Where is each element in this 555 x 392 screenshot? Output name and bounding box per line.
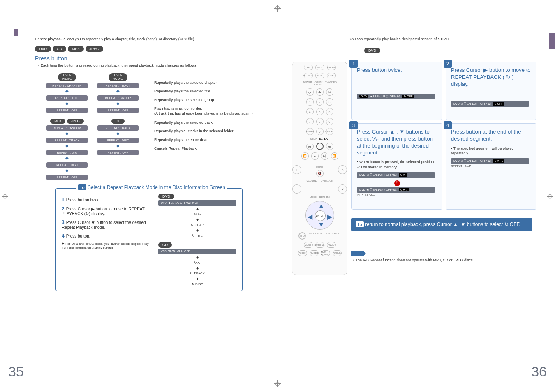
desc-folder: Repeatedly plays all tracks in the selec… <box>154 129 253 133</box>
page-left: Repeat playback allows you to repeatedly… <box>0 0 278 392</box>
repeat-label: REPEAT : A—B <box>451 165 531 168</box>
badge-cd: CD <box>53 46 66 52</box>
remote-dpad[interactable]: ▲ ▼ ◀ ▶ ENTER <box>305 201 334 230</box>
remote-btn-tv[interactable]: TV <box>304 65 313 70</box>
seq: ↻ A- <box>194 212 201 216</box>
desc-disc: Repeatedly plays the entire disc. <box>154 138 253 142</box>
remote-btn-ff[interactable]: ⏩ <box>331 152 338 160</box>
remote-btn[interactable]: SUBTITLE <box>315 242 324 248</box>
dpad-left-icon[interactable]: ◀ <box>308 213 312 221</box>
dpad-up-icon[interactable]: ▲ <box>318 202 325 210</box>
side-tab <box>549 33 555 49</box>
remote-btn[interactable]: SOUND <box>333 250 342 256</box>
step-number: 4 <box>444 121 452 129</box>
remote-btn-fmxm[interactable]: FM/XM <box>327 65 336 70</box>
badge-dvd-right: DVD <box>364 48 380 53</box>
remote-num[interactable]: 7 <box>306 118 314 125</box>
remote-num[interactable]: REMAIN <box>306 128 314 135</box>
remote-btn-usb[interactable]: USB <box>327 73 336 78</box>
remote-label-mute: MUTE <box>316 166 323 168</box>
remote-btn[interactable]: AUDIO <box>327 242 336 248</box>
remote-num[interactable]: 3 <box>326 98 333 106</box>
inset-box: To Select a Repeat Playback Mode in the … <box>56 188 243 291</box>
state: REPEAT : TRACK <box>97 125 139 131</box>
state: REPEAT : TRACK <box>97 83 139 88</box>
inset-title: To Select a Repeat Playback Mode in the … <box>76 184 227 190</box>
remote-num[interactable]: 4 <box>306 108 314 115</box>
cell-heading: Press button at the end of the desired s… <box>451 129 531 143</box>
state: REPEAT : TRACK <box>46 138 88 143</box>
state: REPEAT : RANDOM <box>46 125 88 131</box>
remote-num[interactable]: 5 <box>316 108 324 115</box>
osd-bar: DVD ◀ 🗨 EN 1/3 ⬚ OFF/ 02 ↻ A- <box>357 172 435 178</box>
return-normal-box: To return to normal playback, press Curs… <box>352 218 532 231</box>
seq: ↻ TITL <box>192 234 203 238</box>
cell-heading: Press Cursor ▶ button to move to REPEAT … <box>451 67 531 88</box>
remote-num[interactable]: CANCEL <box>326 128 333 135</box>
right-intro: You can repeatedly play back a designate… <box>349 37 541 41</box>
remote-num[interactable]: 2 <box>316 98 324 106</box>
dpad-down-icon[interactable]: ▼ <box>318 221 325 228</box>
remote-label-volume: VOLUME <box>306 180 317 182</box>
seq: ↻ A- <box>194 261 201 265</box>
step-grid: 1 Press button twice. DVDDVD ◀ EN 1/3 OF… <box>352 62 536 210</box>
cell-heading: Press Cursor ▲ , ▼ buttons to select 'A-… <box>357 129 437 157</box>
remote-num[interactable]: 0 <box>316 128 324 135</box>
badge-jpeg: JPEG <box>86 46 104 52</box>
remote-num[interactable]: 6 <box>326 108 333 115</box>
remote-btn-enter[interactable]: ENTER <box>315 210 326 221</box>
arrow-down-icon: ◆ <box>116 101 120 106</box>
remote-btn-info[interactable]: INFO <box>298 232 306 240</box>
remote-btn-prev[interactable]: ⏮ <box>306 143 314 150</box>
inset-foot: ✱ For MP3 and JPEG discs, you cannot sel… <box>62 242 150 249</box>
remote-btn-stop[interactable]: ■ <box>311 152 319 160</box>
desc-track: Repeatedly plays the selected track. <box>154 120 253 125</box>
cell-3: 3 Press Cursor ▲ , ▼ buttons to select '… <box>352 123 442 210</box>
cell-1: 1 Press button twice. DVDDVD ◀ EN 1/3 OF… <box>352 62 442 120</box>
remote-btn-voldn[interactable]: − <box>292 184 301 194</box>
remote-control: TVDVDFM/XM M.VIDEOAUXUSB POWEROPEN/ CLOS… <box>292 62 347 275</box>
press-heading: Press button. <box>35 55 263 62</box>
remote-btn-mvideo[interactable]: M.VIDEO <box>304 73 313 78</box>
seq: ↻ CHAP <box>191 223 204 227</box>
remote-btn-volup[interactable]: + <box>292 165 301 174</box>
remote-btn-rew[interactable]: ⏪ <box>301 152 309 160</box>
remote-btn-tvvideo[interactable]: ⊡ <box>326 88 333 96</box>
remote-btn-play[interactable]: ▶∥ <box>321 152 328 160</box>
remote-btn[interactable]: SLEEP <box>298 250 307 256</box>
arrow-down-icon: ◆ <box>65 101 69 106</box>
mini-arrow: ◆ <box>196 266 199 270</box>
remote-btn-eject[interactable]: ⏏ <box>316 88 324 96</box>
remote-btn-aux[interactable]: AUX <box>315 73 324 78</box>
badge-cd-inset: CD <box>158 242 172 248</box>
remote-num[interactable]: 9 <box>326 118 333 125</box>
step-number: 2 <box>444 60 452 68</box>
state: REPEAT : DISC <box>97 138 139 143</box>
note-text: • The A-B Repeat function does not opera… <box>353 258 541 262</box>
remote-num[interactable]: 1 <box>306 98 314 106</box>
remote-btn[interactable]: DIMMER <box>310 250 319 256</box>
remote-btn-chup[interactable]: ∧ <box>338 165 347 174</box>
remote-btn-chdn[interactable]: ∨ <box>338 184 347 194</box>
arrow-down-icon: ◆ <box>65 89 69 93</box>
remote-btn[interactable]: HDMI AUDIO <box>321 250 330 256</box>
remote-btn-dvd[interactable]: DVD <box>315 65 324 70</box>
dpad-right-icon[interactable]: ▶ <box>327 213 332 221</box>
state: REPEAT : TITLE <box>46 95 88 101</box>
remote-btn-mute[interactable]: 🔇 <box>316 170 324 177</box>
badge-mp3: MP3 <box>68 46 84 52</box>
remote-label-step: STEP <box>310 138 317 140</box>
remote-btn[interactable]: MO/ST <box>304 242 313 248</box>
arrow-down-icon: ◆ <box>65 131 69 136</box>
remote-btn-next[interactable]: ⏭ <box>326 143 333 150</box>
remote-btn-power[interactable]: ⏻ <box>306 88 314 96</box>
arrow-down-icon: ◆ <box>65 143 69 148</box>
tag-jpeg: JPEG <box>67 119 84 124</box>
flow-col-1: DVD- VIDEO REPEAT : CHAPTER ◆ REPEAT : T… <box>42 73 92 180</box>
step-1: 1Press button twice. <box>62 197 150 203</box>
inset-title-text: Select a Repeat Playback Mode in the Dis… <box>86 184 225 190</box>
remote-num[interactable]: 8 <box>316 118 324 125</box>
press-note: • Each time the button is pressed during… <box>38 63 263 67</box>
page-right: You can repeatedly play back a designate… <box>278 0 555 392</box>
remote-btn-repeat[interactable] <box>316 143 324 150</box>
